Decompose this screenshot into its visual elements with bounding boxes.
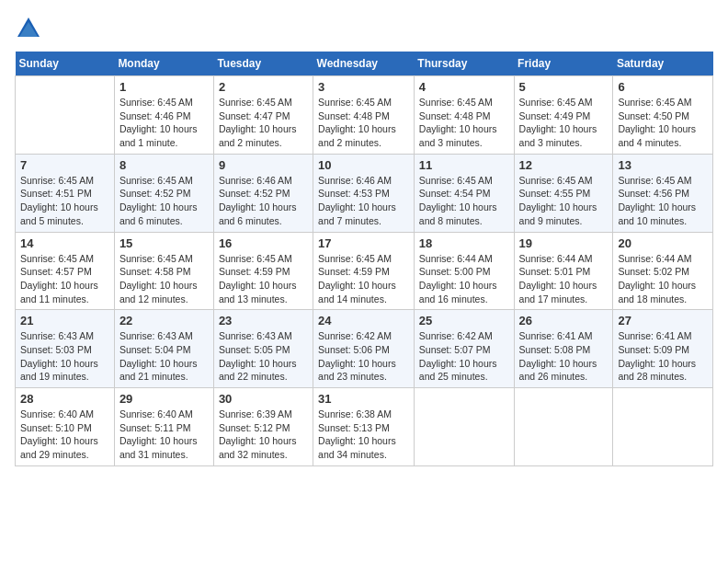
day-info: Sunrise: 6:42 AM Sunset: 5:06 PM Dayligh… bbox=[318, 329, 409, 384]
day-number: 9 bbox=[219, 158, 308, 172]
calendar-cell: 25Sunrise: 6:42 AM Sunset: 5:07 PM Dayli… bbox=[414, 310, 514, 388]
calendar-cell: 19Sunrise: 6:44 AM Sunset: 5:01 PM Dayli… bbox=[514, 232, 613, 310]
day-info: Sunrise: 6:38 AM Sunset: 5:13 PM Dayligh… bbox=[318, 408, 409, 462]
day-info: Sunrise: 6:45 AM Sunset: 4:48 PM Dayligh… bbox=[318, 96, 409, 150]
day-number: 21 bbox=[20, 314, 109, 327]
day-info: Sunrise: 6:44 AM Sunset: 5:00 PM Dayligh… bbox=[419, 252, 509, 306]
day-info: Sunrise: 6:46 AM Sunset: 4:53 PM Dayligh… bbox=[318, 174, 409, 228]
calendar-cell: 20Sunrise: 6:44 AM Sunset: 5:02 PM Dayli… bbox=[613, 232, 713, 310]
day-info: Sunrise: 6:45 AM Sunset: 4:55 PM Dayligh… bbox=[519, 174, 609, 228]
day-number: 16 bbox=[219, 236, 308, 250]
calendar-cell: 7Sunrise: 6:45 AM Sunset: 4:51 PM Daylig… bbox=[16, 154, 115, 232]
day-info: Sunrise: 6:45 AM Sunset: 4:57 PM Dayligh… bbox=[20, 252, 109, 306]
calendar-cell: 8Sunrise: 6:45 AM Sunset: 4:52 PM Daylig… bbox=[114, 154, 213, 232]
calendar-cell: 22Sunrise: 6:43 AM Sunset: 5:04 PM Dayli… bbox=[114, 310, 213, 388]
calendar-cell: 6Sunrise: 6:45 AM Sunset: 4:50 PM Daylig… bbox=[613, 76, 713, 155]
day-number: 13 bbox=[618, 158, 708, 172]
day-info: Sunrise: 6:45 AM Sunset: 4:51 PM Dayligh… bbox=[20, 174, 109, 228]
calendar-cell: 12Sunrise: 6:45 AM Sunset: 4:55 PM Dayli… bbox=[514, 154, 613, 232]
calendar-cell bbox=[16, 76, 115, 155]
calendar-cell: 16Sunrise: 6:45 AM Sunset: 4:59 PM Dayli… bbox=[213, 232, 313, 310]
day-info: Sunrise: 6:43 AM Sunset: 5:05 PM Dayligh… bbox=[219, 329, 308, 384]
day-info: Sunrise: 6:44 AM Sunset: 5:01 PM Dayligh… bbox=[519, 252, 609, 306]
day-info: Sunrise: 6:45 AM Sunset: 4:49 PM Dayligh… bbox=[519, 96, 609, 150]
calendar-cell: 29Sunrise: 6:40 AM Sunset: 5:11 PM Dayli… bbox=[114, 388, 213, 466]
day-number: 22 bbox=[119, 314, 209, 327]
day-info: Sunrise: 6:41 AM Sunset: 5:08 PM Dayligh… bbox=[519, 329, 609, 384]
calendar-cell: 2Sunrise: 6:45 AM Sunset: 4:47 PM Daylig… bbox=[213, 76, 313, 155]
calendar-cell: 4Sunrise: 6:45 AM Sunset: 4:48 PM Daylig… bbox=[414, 76, 514, 155]
day-number: 1 bbox=[119, 80, 209, 94]
day-header-saturday: Saturday bbox=[613, 52, 713, 76]
day-number: 25 bbox=[419, 314, 509, 327]
day-number: 28 bbox=[20, 392, 109, 406]
calendar-cell: 11Sunrise: 6:45 AM Sunset: 4:54 PM Dayli… bbox=[414, 154, 514, 232]
day-number: 31 bbox=[318, 392, 409, 406]
calendar-cell: 27Sunrise: 6:41 AM Sunset: 5:09 PM Dayli… bbox=[613, 310, 713, 388]
calendar-cell: 30Sunrise: 6:39 AM Sunset: 5:12 PM Dayli… bbox=[213, 388, 313, 466]
day-info: Sunrise: 6:45 AM Sunset: 4:56 PM Dayligh… bbox=[618, 174, 708, 228]
calendar-cell: 1Sunrise: 6:45 AM Sunset: 4:46 PM Daylig… bbox=[114, 76, 213, 155]
day-info: Sunrise: 6:45 AM Sunset: 4:48 PM Dayligh… bbox=[419, 96, 509, 150]
day-info: Sunrise: 6:40 AM Sunset: 5:10 PM Dayligh… bbox=[20, 408, 109, 462]
logo bbox=[15, 15, 46, 42]
header-row: SundayMondayTuesdayWednesdayThursdayFrid… bbox=[16, 52, 713, 76]
calendar-body: 1Sunrise: 6:45 AM Sunset: 4:46 PM Daylig… bbox=[16, 76, 713, 466]
day-number: 10 bbox=[318, 158, 409, 172]
day-number: 15 bbox=[119, 236, 209, 250]
calendar-cell: 24Sunrise: 6:42 AM Sunset: 5:06 PM Dayli… bbox=[313, 310, 415, 388]
day-number: 6 bbox=[618, 80, 708, 94]
day-number: 8 bbox=[119, 158, 209, 172]
calendar-cell: 31Sunrise: 6:38 AM Sunset: 5:13 PM Dayli… bbox=[313, 388, 415, 466]
day-info: Sunrise: 6:40 AM Sunset: 5:11 PM Dayligh… bbox=[119, 408, 209, 462]
day-number: 26 bbox=[519, 314, 609, 327]
calendar-cell: 5Sunrise: 6:45 AM Sunset: 4:49 PM Daylig… bbox=[514, 76, 613, 155]
calendar-cell: 13Sunrise: 6:45 AM Sunset: 4:56 PM Dayli… bbox=[613, 154, 713, 232]
calendar-cell: 10Sunrise: 6:46 AM Sunset: 4:53 PM Dayli… bbox=[313, 154, 415, 232]
week-row-3: 14Sunrise: 6:45 AM Sunset: 4:57 PM Dayli… bbox=[16, 232, 713, 310]
calendar-cell bbox=[514, 388, 613, 466]
calendar-header: SundayMondayTuesdayWednesdayThursdayFrid… bbox=[16, 52, 713, 76]
day-number: 2 bbox=[219, 80, 308, 94]
day-number: 17 bbox=[318, 236, 409, 250]
calendar-cell bbox=[613, 388, 713, 466]
week-row-5: 28Sunrise: 6:40 AM Sunset: 5:10 PM Dayli… bbox=[16, 388, 713, 466]
calendar-table: SundayMondayTuesdayWednesdayThursdayFrid… bbox=[15, 52, 713, 466]
week-row-1: 1Sunrise: 6:45 AM Sunset: 4:46 PM Daylig… bbox=[16, 76, 713, 155]
day-header-tuesday: Tuesday bbox=[213, 52, 313, 76]
calendar-cell: 3Sunrise: 6:45 AM Sunset: 4:48 PM Daylig… bbox=[313, 76, 415, 155]
day-header-thursday: Thursday bbox=[414, 52, 514, 76]
day-number: 4 bbox=[419, 80, 509, 94]
calendar-cell: 18Sunrise: 6:44 AM Sunset: 5:00 PM Dayli… bbox=[414, 232, 514, 310]
day-number: 23 bbox=[219, 314, 308, 327]
day-info: Sunrise: 6:45 AM Sunset: 4:50 PM Dayligh… bbox=[618, 96, 708, 150]
day-number: 14 bbox=[20, 236, 109, 250]
day-info: Sunrise: 6:45 AM Sunset: 4:52 PM Dayligh… bbox=[119, 174, 209, 228]
day-number: 29 bbox=[119, 392, 209, 406]
logo-icon bbox=[15, 15, 42, 42]
day-number: 19 bbox=[519, 236, 609, 250]
day-info: Sunrise: 6:43 AM Sunset: 5:03 PM Dayligh… bbox=[20, 329, 109, 384]
day-number: 11 bbox=[419, 158, 509, 172]
calendar-cell: 28Sunrise: 6:40 AM Sunset: 5:10 PM Dayli… bbox=[16, 388, 115, 466]
week-row-2: 7Sunrise: 6:45 AM Sunset: 4:51 PM Daylig… bbox=[16, 154, 713, 232]
day-number: 12 bbox=[519, 158, 609, 172]
day-header-wednesday: Wednesday bbox=[313, 52, 415, 76]
week-row-4: 21Sunrise: 6:43 AM Sunset: 5:03 PM Dayli… bbox=[16, 310, 713, 388]
day-info: Sunrise: 6:45 AM Sunset: 4:59 PM Dayligh… bbox=[219, 252, 308, 306]
calendar-cell: 21Sunrise: 6:43 AM Sunset: 5:03 PM Dayli… bbox=[16, 310, 115, 388]
day-info: Sunrise: 6:42 AM Sunset: 5:07 PM Dayligh… bbox=[419, 329, 509, 384]
day-number: 7 bbox=[20, 158, 109, 172]
calendar-cell: 9Sunrise: 6:46 AM Sunset: 4:52 PM Daylig… bbox=[213, 154, 313, 232]
calendar-cell: 26Sunrise: 6:41 AM Sunset: 5:08 PM Dayli… bbox=[514, 310, 613, 388]
day-info: Sunrise: 6:45 AM Sunset: 4:46 PM Dayligh… bbox=[119, 96, 209, 150]
day-info: Sunrise: 6:43 AM Sunset: 5:04 PM Dayligh… bbox=[119, 329, 209, 384]
day-number: 5 bbox=[519, 80, 609, 94]
day-number: 27 bbox=[618, 314, 708, 327]
calendar-cell: 15Sunrise: 6:45 AM Sunset: 4:58 PM Dayli… bbox=[114, 232, 213, 310]
day-info: Sunrise: 6:44 AM Sunset: 5:02 PM Dayligh… bbox=[618, 252, 708, 306]
day-number: 24 bbox=[318, 314, 409, 327]
day-info: Sunrise: 6:39 AM Sunset: 5:12 PM Dayligh… bbox=[219, 408, 308, 462]
day-header-sunday: Sunday bbox=[16, 52, 115, 76]
day-info: Sunrise: 6:46 AM Sunset: 4:52 PM Dayligh… bbox=[219, 174, 308, 228]
